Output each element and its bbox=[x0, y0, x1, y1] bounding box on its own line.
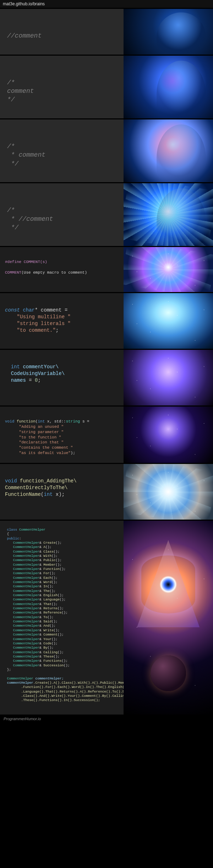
url-bar: mat3e.github.io/brains bbox=[0, 0, 213, 8]
string-3: "to comment." bbox=[17, 327, 56, 333]
code-panel-5: #define COMMENT(s) COMMENT(Use empty mac… bbox=[0, 247, 124, 292]
comment-close: */ bbox=[7, 96, 15, 103]
watermark: ProgrammerHumor.io bbox=[0, 715, 213, 723]
comment-close: */ bbox=[7, 224, 18, 231]
meme-row-4: /* * //comment */ bbox=[0, 182, 213, 246]
comment-body: comment bbox=[7, 88, 34, 95]
var-name: * comment bbox=[35, 307, 62, 313]
comment-open: /* bbox=[7, 207, 15, 214]
code-panel-2: /* comment */ bbox=[0, 56, 124, 118]
var-line3: names bbox=[11, 377, 26, 383]
equals: = bbox=[62, 307, 68, 313]
meme-row-2: /* comment */ bbox=[0, 55, 213, 118]
function-name: function bbox=[14, 419, 35, 424]
string-5: "contains the comment " bbox=[19, 446, 73, 450]
meme-row-7: int commentYour\ CodeUsingVariable\ name… bbox=[0, 349, 213, 405]
meme-row-8: void function(int x, std::string s = "Ad… bbox=[0, 405, 213, 463]
brain-image-7 bbox=[124, 350, 213, 405]
code-panel-8: void function(int x, std::string s = "Ad… bbox=[0, 407, 124, 463]
string-2: "string literals " bbox=[17, 321, 71, 326]
brain-image-5 bbox=[124, 247, 213, 292]
string-2: "string parameter " bbox=[19, 430, 64, 434]
comment-close: */ bbox=[7, 160, 18, 167]
brain-image-10 bbox=[124, 521, 213, 715]
string-4: "declaration that " bbox=[19, 440, 64, 444]
fn-line2: CommentDirectlyToThe\ bbox=[5, 485, 67, 491]
macro-args: (Use empty macro to comment) bbox=[21, 270, 87, 275]
string-1: "Using multiline " bbox=[17, 314, 71, 320]
void-keyword: void bbox=[5, 419, 14, 424]
string-3: "to the function " bbox=[19, 435, 61, 439]
const-keyword: const bbox=[5, 307, 20, 313]
meme-row-9: void function_AddingThe\ CommentDirectly… bbox=[0, 463, 213, 520]
code-panel-7: int commentYour\ CodeUsingVariable\ name… bbox=[0, 350, 124, 405]
code-panel-1: //comment bbox=[0, 9, 124, 55]
brain-image-3 bbox=[124, 119, 213, 182]
comment-open: /* bbox=[7, 143, 15, 150]
int-keyword: int bbox=[11, 364, 20, 370]
brain-image-6 bbox=[124, 293, 213, 349]
code-panel-9: void function_AddingThe\ CommentDirectly… bbox=[0, 464, 124, 520]
void-keyword: void bbox=[5, 478, 17, 484]
var-line1: commentYour\ bbox=[20, 364, 59, 370]
char-keyword: char bbox=[20, 307, 35, 313]
string-6: "as its default value" bbox=[19, 451, 71, 455]
brain-image-2 bbox=[124, 56, 213, 118]
code-panel-6: const char* comment = "Using multiline "… bbox=[0, 293, 124, 349]
code-panel-4: /* * //comment */ bbox=[0, 183, 124, 246]
var-line2: CodeUsingVariable\ bbox=[11, 371, 65, 376]
macro-call: COMMENT bbox=[5, 270, 21, 275]
comment-open: /* bbox=[7, 79, 15, 86]
fn-line3: FunctionName bbox=[5, 492, 41, 497]
fn-line1: function_AddingThe\ bbox=[17, 478, 77, 484]
string-1: "Adding an unused " bbox=[19, 425, 64, 429]
eye-icon bbox=[141, 555, 195, 614]
comment-body: * comment bbox=[7, 151, 45, 158]
comment-body: * //comment bbox=[7, 215, 53, 223]
meme-row-10: class CommentHelper { public: CommentHel… bbox=[0, 520, 213, 715]
macro-name: COMMENT(s) bbox=[21, 260, 47, 264]
planet-icon bbox=[151, 655, 186, 691]
comment-text: //comment bbox=[7, 32, 42, 39]
meme-row-1: //comment bbox=[0, 8, 213, 55]
semicolon: ; bbox=[56, 327, 59, 333]
code-panel-10: class CommentHelper { public: CommentHel… bbox=[0, 521, 124, 715]
brain-image-8 bbox=[124, 407, 213, 463]
brain-image-4 bbox=[124, 183, 213, 246]
equals: = bbox=[26, 377, 35, 383]
meme-row-6: const char* comment = "Using multiline "… bbox=[0, 292, 213, 349]
meme-row-3: /* * comment */ bbox=[0, 118, 213, 182]
brain-image-1 bbox=[124, 9, 213, 55]
brain-image-9 bbox=[124, 464, 213, 520]
close-paren: ); bbox=[71, 451, 75, 455]
meme-row-5: #define COMMENT(s) COMMENT(Use empty mac… bbox=[0, 246, 213, 292]
code-panel-3: /* * comment */ bbox=[0, 119, 124, 182]
semicolon: ; bbox=[38, 377, 40, 383]
define-keyword: #define bbox=[5, 260, 21, 264]
